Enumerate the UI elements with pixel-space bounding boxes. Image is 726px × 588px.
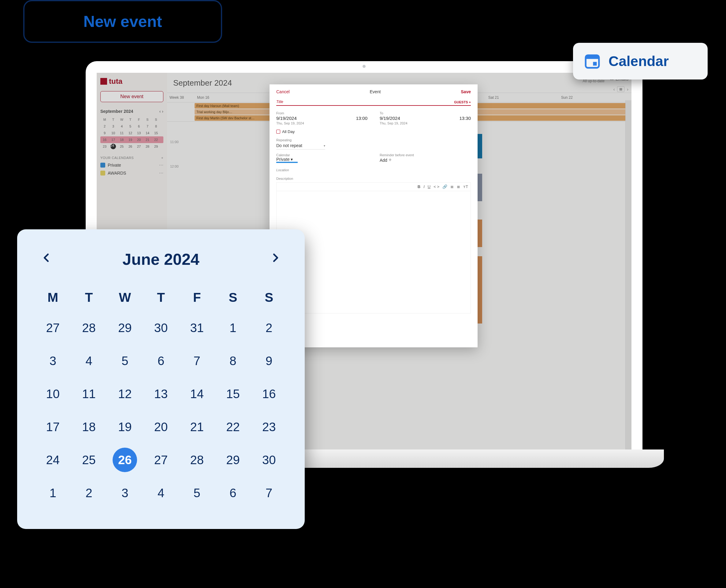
from-date-long: Thu, Sep 19, 2024	[276, 121, 367, 125]
day-cell[interactable]: 4	[71, 344, 107, 377]
scroll-rail[interactable]	[625, 100, 631, 453]
calendar-badge-label: Calendar	[608, 53, 669, 69]
day-cell[interactable]: 1	[35, 476, 71, 509]
day-cell[interactable]: 29	[107, 311, 143, 344]
day-cell[interactable]: 14	[179, 377, 215, 410]
to-time-input[interactable]: 13:30	[459, 115, 471, 121]
day-cell[interactable]: 26	[107, 443, 143, 476]
camera-dot	[363, 65, 366, 68]
reminder-label: Reminder before event	[380, 153, 471, 157]
day-cell[interactable]: 24	[35, 443, 71, 476]
chevron-down-icon: ▾	[324, 144, 325, 147]
code-button[interactable]: < >	[433, 184, 439, 189]
underline-button[interactable]: U	[428, 184, 430, 189]
reminder-add[interactable]: Add +	[380, 157, 471, 163]
day-cell[interactable]: 22	[215, 410, 251, 443]
today-marker[interactable]: 26	[113, 448, 137, 472]
mini-calendar[interactable]: M T W T F S S 2345678 9101112131415 1617…	[100, 116, 163, 150]
day-cell[interactable]: 2	[251, 311, 287, 344]
more-icon[interactable]: ⋯	[159, 171, 163, 175]
day-cell[interactable]: 4	[143, 476, 179, 509]
calendar-item-awards[interactable]: AWARDS ⋯	[100, 171, 163, 175]
bullet-list-button[interactable]: ≣	[450, 184, 454, 189]
day-cell[interactable]: 8	[215, 344, 251, 377]
day-cell[interactable]: 18	[71, 410, 107, 443]
prev-month-button[interactable]	[35, 247, 58, 272]
brand-logo[interactable]: tuta	[100, 77, 163, 86]
from-date-input[interactable]: 9/19/2024	[276, 115, 297, 121]
day-cell[interactable]: 6	[143, 344, 179, 377]
day-cell[interactable]: 31	[179, 311, 215, 344]
italic-button[interactable]: I	[423, 184, 425, 189]
link-button[interactable]: 🔗	[442, 184, 447, 189]
day-cell[interactable]: 1	[215, 311, 251, 344]
all-day-checkbox[interactable]: All Day	[276, 129, 471, 134]
day-cell[interactable]: 5	[107, 344, 143, 377]
add-calendar-icon[interactable]: +	[161, 156, 163, 160]
day-cell[interactable]: 29	[215, 443, 251, 476]
day-cell[interactable]: 17	[35, 410, 71, 443]
day-cell[interactable]: 7	[251, 476, 287, 509]
day-cell[interactable]: 23	[251, 410, 287, 443]
to-date-input[interactable]: 9/19/2024	[380, 115, 400, 121]
day-cell[interactable]: 3	[35, 344, 71, 377]
from-label: From	[276, 111, 367, 115]
view-switch[interactable]: ▦	[617, 86, 624, 92]
bold-button[interactable]: B	[418, 184, 420, 189]
day-cell[interactable]: 27	[35, 311, 71, 344]
week-row: 24252627282930	[35, 443, 287, 476]
next-week-icon[interactable]: ›	[627, 87, 628, 92]
calendar-color-underline	[276, 162, 298, 163]
next-month-button[interactable]	[264, 247, 287, 272]
day-cell[interactable]: 5	[179, 476, 215, 509]
from-time-input[interactable]: 13:00	[356, 115, 367, 121]
day-cell[interactable]: 30	[251, 443, 287, 476]
repeating-select[interactable]: Do not repeat ▾	[276, 142, 325, 149]
mini-month-title: September 2024	[100, 109, 133, 114]
day-cell[interactable]: 28	[71, 311, 107, 344]
description-label: Description	[276, 177, 471, 181]
day-cell[interactable]: 6	[215, 476, 251, 509]
save-button[interactable]: Save	[461, 89, 471, 94]
number-list-button[interactable]: ≣	[457, 184, 460, 189]
prev-week-icon[interactable]: ‹	[613, 87, 615, 92]
day-cell[interactable]: 12	[107, 377, 143, 410]
day-cell[interactable]: 7	[179, 344, 215, 377]
day-cell[interactable]: 3	[107, 476, 143, 509]
day-cell[interactable]: 2	[71, 476, 107, 509]
week-row: 1234567	[35, 476, 287, 509]
day-cell[interactable]: 28	[179, 443, 215, 476]
day-cell[interactable]: 25	[71, 443, 107, 476]
sidebar-new-event-button[interactable]: New event	[100, 91, 163, 102]
day-cell[interactable]: 15	[215, 377, 251, 410]
month-picker: June 2024 M T W T F S S 272829303112 345…	[17, 229, 305, 529]
new-event-label: New event	[83, 12, 162, 30]
day-cell[interactable]: 16	[251, 377, 287, 410]
svg-rect-2	[593, 62, 597, 65]
day-cell[interactable]: 27	[143, 443, 179, 476]
day-cell[interactable]: 19	[107, 410, 143, 443]
day-cell[interactable]: 11	[71, 377, 107, 410]
day-cell[interactable]: 30	[143, 311, 179, 344]
to-date-long: Thu, Sep 19, 2024	[380, 121, 471, 125]
new-event-button[interactable]: New event	[23, 0, 222, 43]
day-cell[interactable]: 13	[143, 377, 179, 410]
day-cell[interactable]: 21	[179, 410, 215, 443]
guests-button[interactable]: GUESTS +	[454, 100, 471, 104]
brand-name: tuta	[109, 77, 122, 86]
day-cell[interactable]: 9	[251, 344, 287, 377]
description-input[interactable]	[276, 191, 471, 313]
mini-next-icon[interactable]: ›	[162, 109, 163, 114]
calendar-select-label: Calendar	[276, 153, 367, 157]
mini-prev-icon[interactable]: ‹	[159, 109, 161, 114]
calendar-select[interactable]: Private ▾	[276, 157, 367, 162]
logo-icon	[100, 78, 107, 85]
cancel-button[interactable]: Cancel	[276, 89, 290, 94]
modal-title: Event	[370, 89, 381, 94]
calendar-item-private[interactable]: Private ⋯	[100, 163, 163, 168]
more-icon[interactable]: ⋯	[159, 163, 163, 168]
day-cell[interactable]: 20	[143, 410, 179, 443]
calendar-badge[interactable]: Calendar	[573, 43, 708, 80]
day-cell[interactable]: 10	[35, 377, 71, 410]
clear-format-button[interactable]: ᴛT	[463, 184, 468, 189]
